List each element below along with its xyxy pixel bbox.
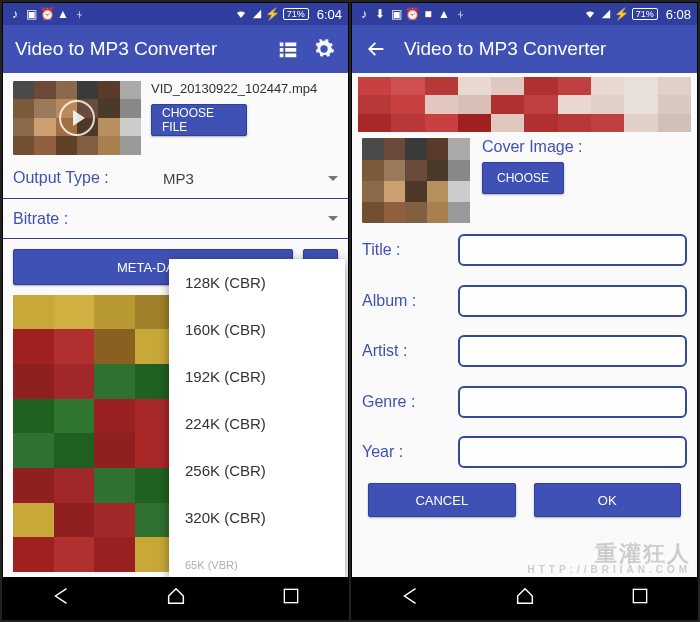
file-name: VID_20130922_102447.mp4 [151,81,317,96]
bitrate-option[interactable]: 224K (CBR) [169,400,345,447]
content-area: Cover Image : CHOOSE Title : Album : Art… [352,73,697,577]
bitrate-row[interactable]: Bitrate : [3,199,348,239]
home-nav-icon[interactable] [514,585,536,611]
artist-row: Artist : [352,326,697,376]
chevron-down-icon [328,176,338,181]
bitrate-option[interactable]: 128K (CBR) [169,259,345,306]
dialog-buttons: CANCEL OK [352,477,697,532]
wifi-icon [235,8,247,20]
back-button[interactable] [364,37,388,61]
genre-input[interactable] [458,386,687,418]
svg-rect-0 [284,589,297,602]
bug-icon: ⍭ [73,8,85,20]
artist-label: Artist : [362,342,458,360]
status-bar: ♪ ⬇ ▣ ⏰ ■ ▲ ⍭ ⚡ 71% 6:08 [352,3,697,25]
year-input[interactable] [458,436,687,468]
alarm-icon: ⏰ [41,8,53,20]
download-icon: ⬇ [374,8,386,20]
title-label: Title : [362,241,458,259]
gear-icon[interactable] [312,37,336,61]
square-icon: ■ [422,8,434,20]
battery-indicator: 71% [283,8,309,20]
music-icon: ♪ [9,8,21,20]
back-nav-icon[interactable] [399,585,421,611]
battery-indicator: 71% [632,8,658,20]
back-nav-icon[interactable] [50,585,72,611]
album-row: Album : [352,276,697,326]
year-label: Year : [362,443,458,461]
svg-rect-1 [633,589,646,602]
alarm-icon: ⏰ [406,8,418,20]
file-row: VID_20130922_102447.mp4 CHOOSE FILE [3,73,348,159]
chevron-down-icon [328,216,338,221]
artist-input[interactable] [458,335,687,367]
title-input[interactable] [458,234,687,266]
choose-file-button[interactable]: CHOOSE FILE [151,104,247,136]
bug-icon: ⍭ [454,8,466,20]
cover-label: Cover Image : [482,138,582,156]
screen-right: ♪ ⬇ ▣ ⏰ ■ ▲ ⍭ ⚡ 71% 6:08 Video to MP3 Co… [351,2,698,620]
output-type-value: MP3 [133,170,328,187]
book-icon: ▣ [25,8,37,20]
android-icon: ▲ [57,8,69,20]
genre-row: Genre : [352,376,697,426]
bitrate-option[interactable]: 65K (VBR) [169,541,345,577]
app-toolbar: Video to MP3 Converter [352,25,697,73]
nav-bar [3,577,348,619]
cover-row: Cover Image : CHOOSE [352,134,697,225]
bitrate-option[interactable]: 192K (CBR) [169,353,345,400]
wifi-icon [584,8,596,20]
clock: 6:08 [666,7,691,22]
title-row: Title : [352,225,697,275]
home-nav-icon[interactable] [165,585,187,611]
cancel-button[interactable]: CANCEL [368,483,516,517]
content-area: VID_20130922_102447.mp4 CHOOSE FILE Outp… [3,73,348,577]
bitrate-label: Bitrate : [13,210,133,228]
ad-banner[interactable] [358,77,691,132]
bitrate-dropdown: 128K (CBR) 160K (CBR) 192K (CBR) 224K (C… [169,259,345,577]
cover-thumbnail[interactable] [362,138,470,223]
android-icon: ▲ [438,8,450,20]
book-icon: ▣ [390,8,402,20]
video-thumbnail[interactable] [13,81,141,155]
play-icon [59,100,95,136]
bitrate-option[interactable]: 256K (CBR) [169,447,345,494]
choose-cover-button[interactable]: CHOOSE [482,162,564,194]
output-type-label: Output Type : [13,169,133,187]
bitrate-option[interactable]: 160K (CBR) [169,306,345,353]
nav-bar [352,577,697,619]
status-bar: ♪ ▣ ⏰ ▲ ⍭ ⚡ 71% 6:04 [3,3,348,25]
recent-nav-icon[interactable] [630,586,650,610]
music-icon: ♪ [358,8,370,20]
clock: 6:04 [317,7,342,22]
genre-label: Genre : [362,393,458,411]
album-label: Album : [362,292,458,310]
recent-nav-icon[interactable] [281,586,301,610]
app-title: Video to MP3 Converter [15,38,264,60]
album-input[interactable] [458,285,687,317]
bitrate-option[interactable]: 320K (CBR) [169,494,345,541]
app-title: Video to MP3 Converter [404,38,685,60]
signal-icon [600,8,612,20]
app-toolbar: Video to MP3 Converter [3,25,348,73]
output-type-row[interactable]: Output Type : MP3 [3,159,348,199]
ok-button[interactable]: OK [534,483,682,517]
screen-left: ♪ ▣ ⏰ ▲ ⍭ ⚡ 71% 6:04 Video to MP3 Conver… [2,2,349,620]
bolt-icon: ⚡ [267,8,279,20]
bolt-icon: ⚡ [616,8,628,20]
year-row: Year : [352,427,697,477]
signal-icon [251,8,263,20]
list-icon[interactable] [276,37,300,61]
